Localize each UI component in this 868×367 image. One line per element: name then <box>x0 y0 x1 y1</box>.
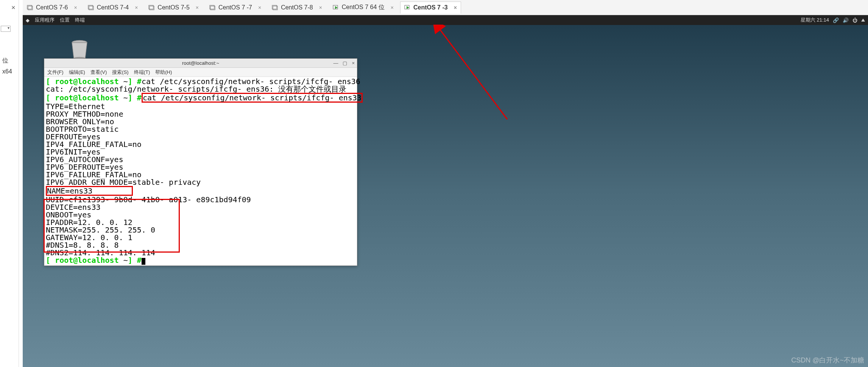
tab-close-icon[interactable]: × <box>391 5 394 11</box>
vm-tab[interactable]: CentOS 7-6× <box>23 2 81 14</box>
close-button[interactable]: × <box>352 60 355 66</box>
vm-icon <box>27 5 33 11</box>
menu-terminal[interactable]: 终端(T) <box>134 69 150 76</box>
vm-tab[interactable]: CentOS 7-4× <box>84 2 142 14</box>
vm-icon <box>272 5 278 11</box>
vm-tab-label: CentOS 7 -3 <box>413 4 448 11</box>
menu-apps[interactable]: 应用程序 <box>35 17 55 23</box>
terminal-title: root@localhost:~ <box>182 60 219 66</box>
tab-close-icon[interactable]: × <box>258 5 261 11</box>
highlight-cmd2: cat /etc/sysconfig/network- scripts/ifcf… <box>142 93 363 103</box>
terminal-titlebar[interactable]: root@localhost:~ — ▢ × <box>44 59 357 68</box>
menu-file[interactable]: 文件(F) <box>47 69 64 76</box>
maximize-button[interactable]: ▢ <box>343 60 347 66</box>
vm-icon <box>88 5 94 11</box>
menu-places[interactable]: 位置 <box>60 17 70 23</box>
vm-running-icon <box>333 5 339 11</box>
vm-tab-label: CentOS 7-6 <box>36 4 68 11</box>
menu-help[interactable]: 帮助(H) <box>155 69 172 76</box>
side-text-1: 位 <box>2 57 8 65</box>
dropdown-small[interactable] <box>1 26 11 32</box>
vm-tab[interactable]: CentOS 7 -3× <box>400 2 461 14</box>
vm-tab-label: CentOS 7 64 位 <box>342 3 385 11</box>
watermark: CSDN @白开水~不加糖 <box>791 356 864 365</box>
tab-close-icon[interactable]: × <box>135 5 138 11</box>
svg-marker-13 <box>407 6 409 9</box>
terminal-body[interactable]: [ root@localhost ~] #cat /etc/sysconfig/… <box>44 77 357 265</box>
vm-icon <box>209 5 215 11</box>
tab-close-icon[interactable]: × <box>319 5 322 11</box>
menu-edit[interactable]: 编辑(E) <box>69 69 85 76</box>
vm-tab[interactable]: CentOS 7-8× <box>268 2 326 14</box>
vm-tab[interactable]: CentOS 7 -7× <box>205 2 265 14</box>
volume-icon[interactable]: 🔊 <box>843 17 849 23</box>
svg-marker-11 <box>335 6 338 9</box>
vm-desktop: ◆ 应用程序 位置 终端 星期六 21:14 🔗 🔊 ⏻ root@localh… <box>23 15 868 367</box>
vm-tab-label: CentOS 7-4 <box>97 4 129 11</box>
vm-tab-label: CentOS 7 -7 <box>218 4 252 11</box>
close-icon[interactable]: × <box>11 4 16 12</box>
menu-search[interactable]: 搜索(S) <box>112 69 128 76</box>
minimize-button[interactable]: — <box>333 60 338 66</box>
menu-view[interactable]: 查看(V) <box>90 69 107 76</box>
vm-tab-bar: CentOS 7-6×CentOS 7-4×CentOS 7-5×CentOS … <box>23 0 868 15</box>
cursor <box>142 258 145 265</box>
tab-close-icon[interactable]: × <box>454 5 457 11</box>
side-text-2: x64 <box>2 68 12 75</box>
vm-running-icon <box>404 5 410 11</box>
host-chrome-strip: × 位 x64 <box>0 0 19 367</box>
vm-tab[interactable]: CentOS 7 64 位× <box>329 2 398 14</box>
highlight-name: NAME=ens33 <box>46 186 133 196</box>
terminal-menubar: 文件(F) 编辑(E) 查看(V) 搜索(S) 终端(T) 帮助(H) <box>44 68 357 77</box>
vm-icon <box>148 5 154 11</box>
network-icon[interactable]: 🔗 <box>833 17 839 23</box>
apps-icon[interactable]: ◆ <box>26 17 30 23</box>
chevron-down-icon[interactable] <box>861 19 865 22</box>
menu-terminal[interactable]: 终端 <box>75 17 85 23</box>
vm-tab-label: CentOS 7-8 <box>281 4 313 11</box>
vm-tab-label: CentOS 7-5 <box>157 4 189 11</box>
tab-close-icon[interactable]: × <box>196 5 199 11</box>
gnome-top-bar: ◆ 应用程序 位置 终端 星期六 21:14 🔗 🔊 ⏻ <box>23 15 868 25</box>
vm-tab[interactable]: CentOS 7-5× <box>144 2 203 14</box>
svg-line-16 <box>439 28 507 119</box>
tab-close-icon[interactable]: × <box>74 5 77 11</box>
power-icon[interactable]: ⏻ <box>852 17 857 23</box>
clock: 星期六 21:14 <box>801 17 829 23</box>
terminal-window: root@localhost:~ — ▢ × 文件(F) 编辑(E) 查看(V)… <box>44 58 357 266</box>
annotation-arrow <box>432 25 515 123</box>
